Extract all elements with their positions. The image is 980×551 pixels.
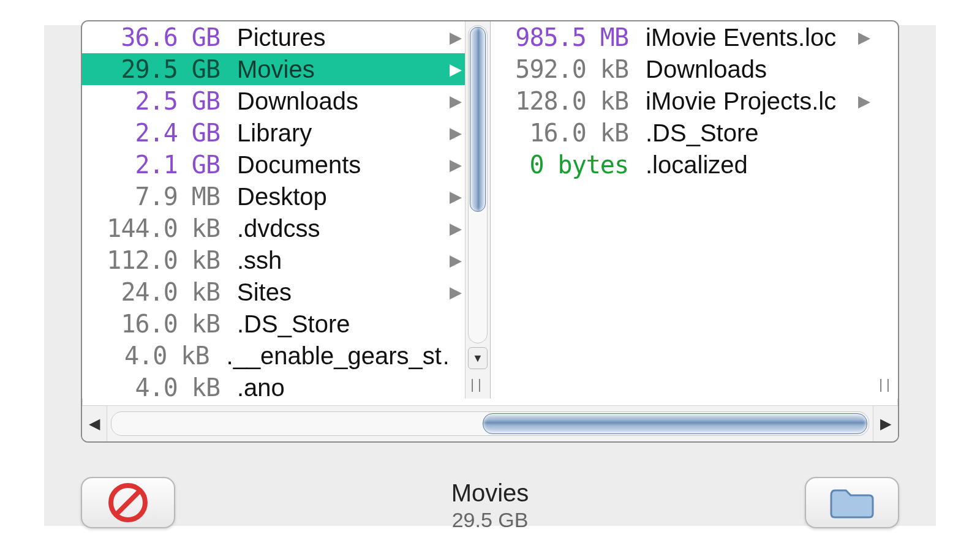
right-vertical-scrollbar[interactable]: || (874, 21, 899, 399)
list-item[interactable]: 2.4 GBLibrary▶ (82, 117, 466, 149)
list-item[interactable]: 16.0 kB.DS_Store (491, 117, 874, 149)
scroll-left-button[interactable]: ◀ (82, 406, 107, 441)
list-item[interactable]: 4.0 kB.ano (82, 372, 466, 399)
disclosure-arrow-icon: ▶ (446, 53, 466, 85)
disclosure-arrow-icon: ▶ (446, 212, 466, 244)
item-size: 112.0 kB (82, 244, 220, 276)
item-size: 592.0 kB (491, 53, 628, 85)
svg-line-1 (116, 491, 140, 514)
disclosure-arrow-icon: ▶ (446, 149, 466, 181)
item-size: 4.0 kB (82, 340, 209, 372)
selection-size: 29.5 GB (175, 508, 805, 532)
column-left: 36.6 GBPictures▶29.5 GBMovies▶2.5 GBDown… (82, 21, 491, 399)
item-name: Library (220, 117, 312, 149)
list-item[interactable]: 16.0 kB.DS_Store (82, 308, 466, 340)
item-size: 16.0 kB (491, 117, 628, 149)
disclosure-arrow-icon: ▶ (446, 21, 466, 53)
scroll-right-button[interactable]: ▶ (873, 406, 898, 441)
hscroll-thumb[interactable] (483, 413, 867, 434)
disclosure-arrow-icon: ▶ (446, 85, 466, 117)
no-entry-icon (107, 481, 149, 524)
column-right-list[interactable]: 985.5 MBiMovie Events.loc▶592.0 kBDownlo… (491, 21, 874, 399)
selection-summary: Movies 29.5 GB (175, 477, 805, 532)
selection-name: Movies (175, 479, 805, 507)
item-name: .__enable_gears_st… (209, 340, 448, 372)
list-item[interactable]: 144.0 kB.dvdcss▶ (82, 212, 466, 244)
list-item[interactable]: 128.0 kBiMovie Projects.lc▶ (491, 85, 874, 117)
item-name: Pictures (220, 21, 326, 53)
item-name: Sites (220, 276, 292, 308)
item-name: Downloads (628, 53, 767, 85)
item-size: 144.0 kB (82, 212, 220, 244)
item-size: 4.0 kB (82, 372, 220, 399)
column-resize-handle[interactable]: || (470, 375, 485, 394)
item-size: 0 bytes (491, 149, 628, 181)
list-item[interactable]: 592.0 kBDownloads (491, 53, 874, 85)
hscroll-track[interactable] (111, 411, 869, 436)
scrollbar-track[interactable] (468, 25, 488, 343)
list-item[interactable]: 29.5 GBMovies▶ (82, 53, 466, 85)
item-size: 7.9 MB (82, 181, 220, 212)
reveal-in-finder-button[interactable] (805, 477, 899, 528)
item-name: .ano (220, 372, 285, 399)
item-size: 16.0 kB (82, 308, 220, 340)
list-item[interactable]: 4.0 kB.__enable_gears_st… (82, 340, 466, 372)
horizontal-scrollbar[interactable]: ◀ ▶ (82, 405, 898, 441)
list-item[interactable]: 0 bytes.localized (491, 149, 874, 181)
file-browser: 36.6 GBPictures▶29.5 GBMovies▶2.5 GBDown… (81, 20, 899, 443)
list-item[interactable]: 2.1 GBDocuments▶ (82, 149, 466, 181)
item-name: Movies (220, 53, 315, 85)
item-size: 29.5 GB (82, 53, 220, 85)
item-size: 24.0 kB (82, 276, 220, 308)
item-name: Documents (220, 149, 361, 181)
item-name: .DS_Store (220, 308, 350, 340)
disclosure-arrow-icon: ▶ (446, 276, 466, 308)
list-item[interactable]: 112.0 kB.ssh▶ (82, 244, 466, 276)
item-size: 36.6 GB (82, 21, 220, 53)
item-name: .localized (628, 149, 748, 181)
disclosure-arrow-icon: ▶ (446, 117, 466, 149)
list-item[interactable]: 7.9 MBDesktop▶ (82, 181, 466, 212)
column-resize-handle[interactable]: || (879, 375, 894, 394)
scrollbar-thumb[interactable] (470, 27, 486, 212)
list-item[interactable]: 24.0 kBSites▶ (82, 276, 466, 308)
column-left-list[interactable]: 36.6 GBPictures▶29.5 GBMovies▶2.5 GBDown… (82, 21, 466, 399)
item-size: 985.5 MB (491, 21, 628, 53)
item-size: 2.1 GB (82, 149, 220, 181)
item-size: 128.0 kB (491, 85, 628, 117)
item-name: Downloads (220, 85, 358, 117)
disclosure-arrow-icon: ▶ (854, 21, 874, 53)
column-view: 36.6 GBPictures▶29.5 GBMovies▶2.5 GBDown… (82, 21, 898, 399)
item-size: 2.5 GB (82, 85, 220, 117)
list-item[interactable]: 36.6 GBPictures▶ (82, 21, 466, 53)
scroll-down-button[interactable]: ▼ (468, 347, 488, 369)
delete-button[interactable] (81, 477, 175, 528)
item-name: .ssh (220, 244, 282, 276)
item-name: .DS_Store (628, 117, 759, 149)
disclosure-arrow-icon: ▶ (854, 85, 874, 117)
folder-icon (827, 484, 876, 521)
column-right: 985.5 MBiMovie Events.loc▶592.0 kBDownlo… (491, 21, 899, 399)
footer-bar: Movies 29.5 GB (81, 477, 899, 532)
disclosure-arrow-icon: ▶ (446, 181, 466, 212)
item-name: Desktop (220, 181, 327, 212)
left-vertical-scrollbar[interactable]: ▼ || (465, 21, 490, 399)
list-item[interactable]: 2.5 GBDownloads▶ (82, 85, 466, 117)
item-name: iMovie Events.loc (628, 21, 836, 53)
list-item[interactable]: 985.5 MBiMovie Events.loc▶ (491, 21, 874, 53)
item-name: .dvdcss (220, 212, 320, 244)
item-size: 2.4 GB (82, 117, 220, 149)
item-name: iMovie Projects.lc (628, 85, 836, 117)
disclosure-arrow-icon: ▶ (446, 244, 466, 276)
